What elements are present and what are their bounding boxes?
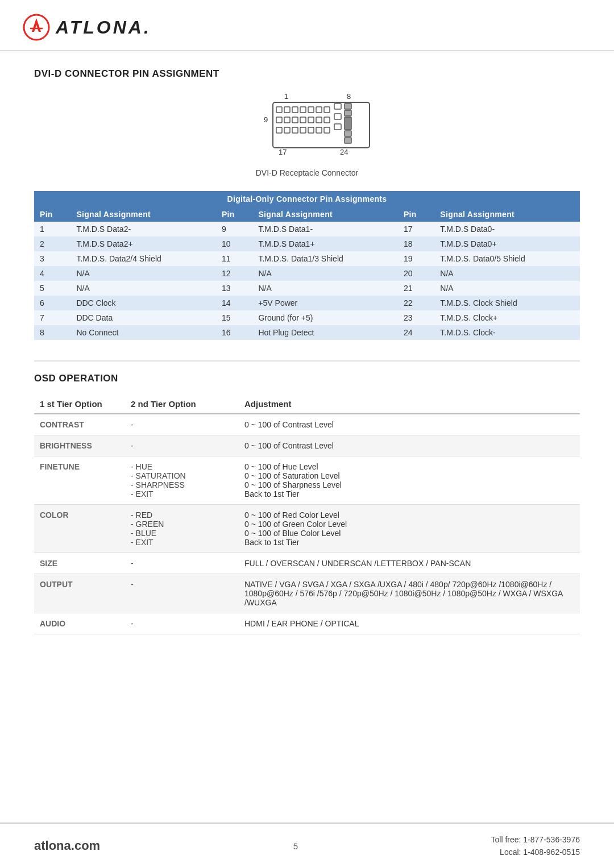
footer-local: Local: 1-408-962-0515 — [491, 846, 580, 858]
osd-col2-header: 2 nd Tier Option — [125, 396, 239, 414]
osd-tier1: BRIGHTNESS — [34, 435, 125, 456]
svg-rect-27 — [300, 127, 306, 133]
svg-text:24: 24 — [340, 148, 348, 156]
osd-adjustment: 0 ~ 100 of Contrast Level — [239, 414, 580, 435]
pin-col2-pin: 13 — [216, 281, 252, 296]
osd-adjustment: FULL / OVERSCAN / UNDERSCAN /LETTERBOX /… — [239, 553, 580, 574]
pin-col3-pin: 17 — [398, 222, 434, 236]
osd-table: 1 st Tier Option 2 nd Tier Option Adjust… — [34, 396, 580, 634]
list-item: FINETUNE - HUE- SATURATION- SHARPNESS- E… — [34, 456, 580, 505]
pin-col1-pin: 1 — [34, 222, 70, 236]
svg-rect-7 — [300, 107, 306, 113]
main-content: DVI-D CONNECTOR PIN ASSIGNMENT 1 8 9 — [0, 51, 614, 691]
svg-rect-32 — [345, 131, 351, 136]
pin-col3-pin: 22 — [398, 296, 434, 310]
svg-rect-12 — [345, 103, 351, 109]
svg-rect-3 — [273, 102, 370, 148]
svg-rect-15 — [276, 117, 282, 123]
table-row: 4 N/A 12 N/A 20 N/A — [34, 266, 580, 281]
svg-rect-19 — [308, 117, 314, 123]
table-row: 5 N/A 13 N/A 21 N/A — [34, 281, 580, 296]
svg-text:8: 8 — [347, 92, 351, 101]
pin-col2-pin: 14 — [216, 296, 252, 310]
table-row: 2 T.M.D.S Data2+ 10 T.M.D.S Data1+ 18 T.… — [34, 236, 580, 251]
pin-col3-sig: N/A — [434, 266, 580, 281]
pin-table-header: Digital-Only Connector Pin Assignments — [34, 191, 580, 207]
pin-col1-sig: DDC Data — [70, 310, 216, 325]
pin-col3-pin: 18 — [398, 236, 434, 251]
svg-rect-24 — [276, 127, 282, 133]
pin-col3-pin: 20 — [398, 266, 434, 281]
pin-col1-sig: T.M.D.S. Data2/4 Shield — [70, 251, 216, 266]
dvi-connector-diagram: 1 8 9 — [216, 91, 398, 165]
dvi-section-title: DVI-D CONNECTOR PIN ASSIGNMENT — [34, 68, 580, 80]
pin-col1-sig: No Connect — [70, 325, 216, 340]
pin-col2-sig: T.M.D.S Data1- — [252, 222, 398, 236]
svg-rect-22 — [334, 114, 341, 119]
table-row: 1 T.M.D.S Data2- 9 T.M.D.S Data1- 17 T.M… — [34, 222, 580, 236]
footer-toll-free: Toll free: 1-877-536-3976 — [491, 833, 580, 846]
svg-rect-16 — [284, 117, 290, 123]
list-item: BRIGHTNESS - 0 ~ 100 of Contrast Level — [34, 435, 580, 456]
svg-rect-17 — [292, 117, 298, 123]
svg-rect-26 — [292, 127, 298, 133]
pin-col2-sig: N/A — [252, 266, 398, 281]
pin-col3-pin: 24 — [398, 325, 434, 340]
logo-container: ATLONA. — [23, 14, 151, 41]
table-row: 3 T.M.D.S. Data2/4 Shield 11 T.M.D.S. Da… — [34, 251, 580, 266]
pin-col1-pin: 2 — [34, 236, 70, 251]
pin-col2-pin: 15 — [216, 310, 252, 325]
pin-col1-sig: T.M.D.S Data2- — [70, 222, 216, 236]
pin-col1-pin: 3 — [34, 251, 70, 266]
col1-sig-header: Signal Assignment — [70, 207, 216, 222]
pin-col3-sig: T.M.D.S. Clock+ — [434, 310, 580, 325]
svg-rect-8 — [308, 107, 314, 113]
dvi-diagram-label: DVI-D Receptacle Connector — [34, 168, 580, 177]
osd-col1-header: 1 st Tier Option — [34, 396, 125, 414]
pin-col3-pin: 19 — [398, 251, 434, 266]
pin-col3-sig: T.M.D.S Data0- — [434, 222, 580, 236]
pin-col3-sig: T.M.D.S. Data0/5 Shield — [434, 251, 580, 266]
table-row: 7 DDC Data 15 Ground (for +5) 23 T.M.D.S… — [34, 310, 580, 325]
svg-rect-33 — [345, 138, 351, 143]
pin-col2-sig: +5V Power — [252, 296, 398, 310]
pin-col2-sig: Hot Plug Detect — [252, 325, 398, 340]
brand-name: ATLONA. — [56, 17, 151, 38]
header: ATLONA. — [0, 0, 614, 51]
svg-rect-25 — [284, 127, 290, 133]
col2-pin-header: Pin — [216, 207, 252, 222]
pin-col3-sig: T.M.D.S. Clock Shield — [434, 296, 580, 310]
osd-tier2: - — [125, 414, 239, 435]
osd-adjustment: NATIVE / VGA / SVGA / XGA / SXGA /UXGA /… — [239, 574, 580, 613]
svg-rect-6 — [292, 107, 298, 113]
svg-rect-20 — [316, 117, 322, 123]
svg-rect-31 — [334, 124, 341, 130]
pin-col2-sig: T.M.D.S Data1+ — [252, 236, 398, 251]
pin-col3-pin: 21 — [398, 281, 434, 296]
pin-col3-sig: T.M.D.S Data0+ — [434, 236, 580, 251]
footer-website: atlona.com — [34, 838, 100, 853]
osd-tier1: COLOR — [34, 505, 125, 553]
osd-tier2: - — [125, 574, 239, 613]
col3-pin-header: Pin — [398, 207, 434, 222]
col2-sig-header: Signal Assignment — [252, 207, 398, 222]
osd-tier1: CONTRAST — [34, 414, 125, 435]
osd-tier1: AUDIO — [34, 613, 125, 634]
svg-rect-10 — [324, 107, 330, 113]
pin-col1-sig: DDC Clock — [70, 296, 216, 310]
pin-col1-sig: N/A — [70, 281, 216, 296]
pin-col3-sig: T.M.D.S. Clock- — [434, 325, 580, 340]
list-item: OUTPUT - NATIVE / VGA / SVGA / XGA / SXG… — [34, 574, 580, 613]
osd-tier2: - — [125, 553, 239, 574]
dvi-diagram: 1 8 9 — [34, 91, 580, 177]
osd-tier2: - — [125, 613, 239, 634]
col3-sig-header: Signal Assignment — [434, 207, 580, 222]
pin-col1-pin: 4 — [34, 266, 70, 281]
osd-tier1: SIZE — [34, 553, 125, 574]
pin-col1-pin: 8 — [34, 325, 70, 340]
footer-contact: Toll free: 1-877-536-3976 Local: 1-408-9… — [491, 833, 580, 859]
osd-adjustment: HDMI / EAR PHONE / OPTICAL — [239, 613, 580, 634]
col1-pin-header: Pin — [34, 207, 70, 222]
svg-text:17: 17 — [279, 148, 287, 156]
pin-col2-sig: T.M.D.S. Data1/3 Shield — [252, 251, 398, 266]
